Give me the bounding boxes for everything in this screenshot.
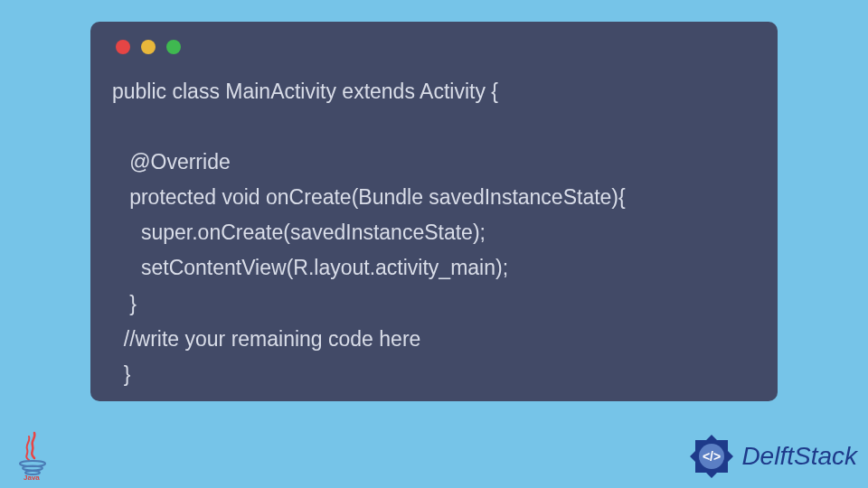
code-line: protected void onCreate(Bundle savedInst… (112, 185, 626, 209)
code-window: public class MainActivity extends Activi… (90, 22, 778, 401)
code-line: public class MainActivity extends Activi… (112, 80, 498, 103)
delftstack-branding: </> DelftStack (685, 430, 857, 483)
code-line: } (112, 362, 130, 386)
delftstack-label: DelftStack (741, 442, 857, 471)
code-line: //write your remaining code here (112, 327, 420, 351)
code-line: super.onCreate(savedInstanceState); (112, 221, 486, 244)
code-line: @Override (112, 150, 231, 174)
java-logo-icon: Java (16, 431, 52, 481)
svg-text:Java: Java (24, 474, 40, 481)
code-block: public class MainActivity extends Activi… (112, 74, 760, 392)
svg-point-1 (23, 466, 42, 471)
maximize-icon (166, 40, 181, 54)
close-icon (116, 40, 130, 54)
delftstack-logo-icon: </> (685, 430, 738, 483)
window-controls (112, 40, 760, 54)
svg-text:</>: </> (703, 449, 721, 464)
code-line: setContentView(R.layout.activity_main); (112, 256, 508, 279)
code-line: } (112, 292, 137, 315)
minimize-icon (141, 40, 156, 54)
